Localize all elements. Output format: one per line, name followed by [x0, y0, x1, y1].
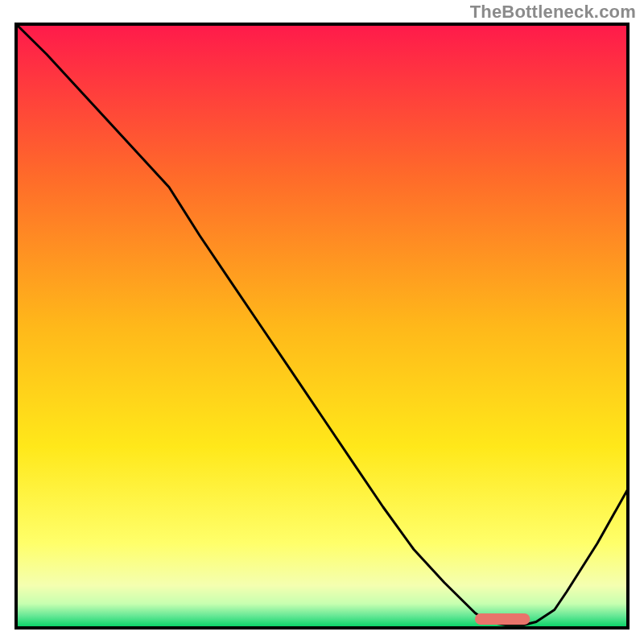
- optimal-range-marker: [475, 613, 530, 625]
- bottleneck-chart: [0, 0, 644, 644]
- plot-area: [16, 24, 628, 628]
- plot-background: [16, 24, 628, 628]
- chart-container: { "attribution": "TheBottleneck.com", "c…: [0, 0, 644, 644]
